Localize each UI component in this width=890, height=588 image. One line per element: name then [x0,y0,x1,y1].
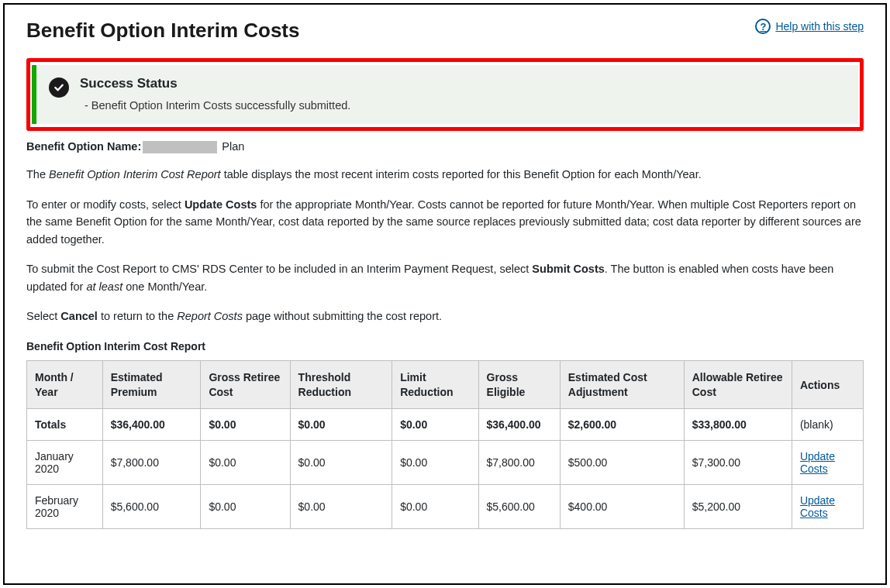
table-caption: Benefit Option Interim Cost Report [26,340,864,352]
cell-totals-gross-eligible: $36,400.00 [478,408,560,440]
cell-totals-est-premium: $36,400.00 [102,408,201,440]
checkmark-icon [49,77,69,98]
col-gross-eligible: Gross Eligible [478,361,560,408]
cell-est-premium: $5,600.00 [102,484,201,528]
cell-threshold: $0.00 [290,440,392,484]
table-row: January 2020 $7,800.00 $0.00 $0.00 $0.00… [27,440,864,484]
interim-cost-report-table: Month / Year Estimated Premium Gross Ret… [26,360,864,528]
benefit-option-suffix: Plan [219,140,244,153]
cell-gross-retiree: $0.00 [201,440,290,484]
page-title: Benefit Option Interim Costs [26,19,299,43]
alert-message: Benefit Option Interim Costs successfull… [80,99,846,112]
paragraph-1: The Benefit Option Interim Cost Report t… [26,166,864,183]
cell-totals-label: Totals [27,408,103,440]
header-row: Benefit Option Interim Costs ? Help with… [26,19,864,43]
cell-limit: $0.00 [392,440,478,484]
update-costs-link[interactable]: Update Costs [800,494,835,519]
benefit-option-name-row: Benefit Option Name: Plan [26,140,864,153]
redacted-name [143,141,217,153]
cell-month-year: February 2020 [27,484,103,528]
col-estimated-premium: Estimated Premium [102,361,201,408]
col-gross-retiree-cost: Gross Retiree Cost [201,361,290,408]
cell-est-premium: $7,800.00 [102,440,201,484]
help-label: Help with this step [775,20,864,33]
cell-totals-threshold: $0.00 [290,408,392,440]
cell-totals-allowable: $33,800.00 [684,408,792,440]
help-icon: ? [755,19,771,34]
benefit-option-label: Benefit Option Name: [26,140,141,153]
cell-gross-eligible: $5,600.00 [478,484,560,528]
alert-content: Success Status Benefit Option Interim Co… [80,76,846,112]
help-link[interactable]: ? Help with this step [755,19,864,34]
cell-totals-actions: (blank) [792,408,863,440]
cell-gross-retiree: $0.00 [201,484,290,528]
cell-allowable: $7,300.00 [684,440,792,484]
col-actions: Actions [792,361,863,408]
table-header-row: Month / Year Estimated Premium Gross Ret… [27,361,864,408]
paragraph-3: To submit the Cost Report to CMS' RDS Ce… [26,260,864,295]
cell-est-cost-adj: $500.00 [560,440,684,484]
update-costs-link[interactable]: Update Costs [800,450,835,475]
table-row-totals: Totals $36,400.00 $0.00 $0.00 $0.00 $36,… [27,408,864,440]
cell-limit: $0.00 [392,484,478,528]
cell-est-cost-adj: $400.00 [560,484,684,528]
cell-gross-eligible: $7,800.00 [478,440,560,484]
col-month-year: Month / Year [27,361,103,408]
page-container: Benefit Option Interim Costs ? Help with… [3,3,887,585]
cell-month-year: January 2020 [27,440,103,484]
success-alert: Success Status Benefit Option Interim Co… [32,65,858,124]
paragraph-2: To enter or modify costs, select Update … [26,196,864,248]
table-row: February 2020 $5,600.00 $0.00 $0.00 $0.0… [27,484,864,528]
cell-totals-limit: $0.00 [392,408,478,440]
alert-highlight: Success Status Benefit Option Interim Co… [26,58,864,131]
alert-title: Success Status [80,76,846,91]
cell-allowable: $5,200.00 [684,484,792,528]
paragraph-4: Select Cancel to return to the Report Co… [26,308,864,325]
col-allowable-retiree-cost: Allowable Retiree Cost [684,361,792,408]
col-threshold-reduction: Threshold Reduction [290,361,392,408]
col-estimated-cost-adjustment: Estimated Cost Adjustment [560,361,684,408]
cell-totals-gross-retiree: $0.00 [201,408,290,440]
cell-threshold: $0.00 [290,484,392,528]
cell-totals-est-cost-adj: $2,600.00 [560,408,684,440]
col-limit-reduction: Limit Reduction [392,361,478,408]
